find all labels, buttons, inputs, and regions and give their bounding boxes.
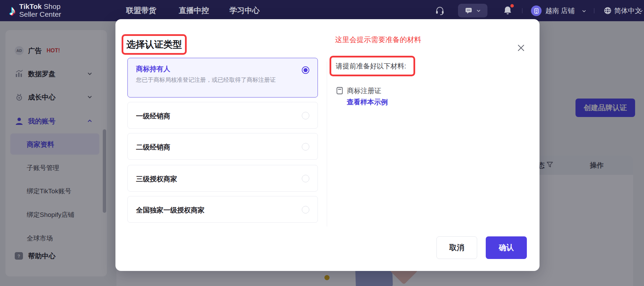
notification-dot <box>510 4 514 8</box>
option-title: 一级经销商 <box>136 112 170 121</box>
store-selector[interactable]: 越南 店铺 <box>545 0 575 21</box>
chevron-down-icon <box>582 9 586 13</box>
option-tier2-distributor[interactable]: 二级经销商 <box>127 133 318 160</box>
logo-brand-suffix: Shop <box>42 2 61 10</box>
notifications-button[interactable] <box>503 5 513 16</box>
materials-heading: 请提前准备好以下材料: <box>336 62 406 71</box>
modal-title: 选择认证类型 <box>126 38 182 51</box>
select-certification-type-modal: 选择认证类型 商标持有人 您已于商标局核准登记注册，或已经取得了商标注册证 一级… <box>115 19 540 271</box>
logo-brand: TikTok <box>19 2 42 10</box>
option-trademark-holder[interactable]: 商标持有人 您已于商标局核准登记注册，或已经取得了商标注册证 <box>127 58 318 98</box>
annotation-materials-hint: 这里会提示需要准备的材料 <box>335 35 421 44</box>
material-item: 商标注册证 <box>336 86 381 95</box>
nav-learning-center[interactable]: 学习中心 <box>230 0 260 21</box>
option-tier3-authorized[interactable]: 三级授权商家 <box>127 165 318 192</box>
radio-icon[interactable] <box>302 175 309 182</box>
tiktok-note-icon: ♪ <box>9 3 16 17</box>
headset-icon[interactable] <box>435 6 445 15</box>
cancel-button[interactable]: 取消 <box>436 236 477 259</box>
column-divider <box>327 62 327 226</box>
confirm-button[interactable]: 确认 <box>486 236 527 259</box>
option-title: 二级经销商 <box>136 143 170 152</box>
option-title: 三级授权商家 <box>136 174 177 184</box>
nav-affiliate[interactable]: 联盟带货 <box>126 0 156 21</box>
divider <box>522 8 522 13</box>
radio-icon[interactable] <box>302 206 309 213</box>
screen: AD 广告 HOT! 数据罗盘 成长中心 <box>0 0 644 286</box>
globe-icon <box>604 6 612 15</box>
tiktok-shop-logo[interactable]: ♪ TikTok Shop Seller Center <box>9 2 61 18</box>
material-label: 商标注册证 <box>347 86 381 95</box>
radio-icon[interactable] <box>302 143 309 151</box>
logo-line2: Seller Center <box>19 10 61 18</box>
option-title: 全国独家一级授权商家 <box>136 206 205 215</box>
divider <box>594 8 594 13</box>
building-icon <box>533 8 540 14</box>
document-icon <box>336 87 343 94</box>
top-navbar: ♪ TikTok Shop Seller Center 联盟带货 直播中控 学习… <box>0 0 644 21</box>
annotation-box-title: 选择认证类型 <box>122 34 187 55</box>
store-avatar[interactable] <box>531 5 542 16</box>
radio-icon[interactable] <box>302 112 309 119</box>
option-title: 商标持有人 <box>136 64 170 74</box>
option-description: 您已于商标局核准登记注册，或已经取得了商标注册证 <box>136 76 276 84</box>
logo-text: TikTok Shop Seller Center <box>19 2 61 18</box>
chevron-down-icon <box>639 9 643 13</box>
view-sample-link[interactable]: 查看样本示例 <box>347 98 388 107</box>
language-selector[interactable]: 简体中文 <box>614 0 642 21</box>
nav-live-console[interactable]: 直播中控 <box>179 0 209 21</box>
chat-menu[interactable] <box>458 4 487 17</box>
option-tier1-distributor[interactable]: 一级经销商 <box>127 102 318 129</box>
chat-icon <box>465 6 473 15</box>
annotation-box-materials: 请提前准备好以下材料: <box>330 56 415 76</box>
close-icon[interactable] <box>516 42 527 53</box>
radio-selected-icon[interactable] <box>302 66 309 74</box>
option-national-exclusive[interactable]: 全国独家一级授权商家 <box>127 196 318 223</box>
chevron-down-icon <box>476 8 481 13</box>
